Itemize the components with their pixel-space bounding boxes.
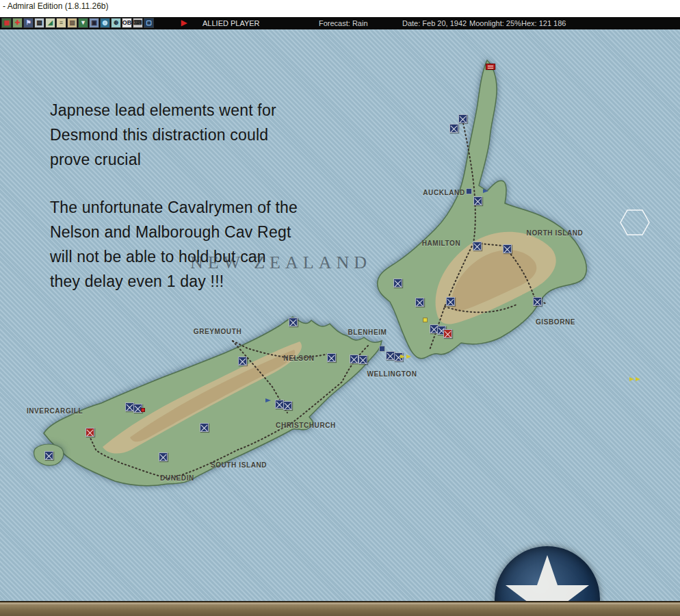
blue-unit-marker[interactable]	[358, 355, 367, 364]
small-blue-unit-marker[interactable]	[379, 346, 385, 352]
bottom-wood-bar	[0, 601, 680, 616]
blue-unit-marker[interactable]	[415, 298, 424, 307]
blue-unit-marker[interactable]	[449, 124, 458, 133]
map-label-hamilton: HAMILTON	[422, 240, 461, 247]
blue-unit-marker[interactable]	[446, 297, 455, 306]
units-mode-icon[interactable]: ▦	[1, 18, 12, 28]
red-unit-marker[interactable]	[86, 428, 94, 437]
map-label-north-island: NORTH ISLAND	[527, 229, 584, 237]
air-yellow-unit-marker[interactable]	[629, 377, 641, 382]
map-label-dunedin: DUNEDIN	[160, 474, 194, 482]
player-label: ALLIED PLAYER	[202, 19, 260, 27]
map-label-nelson: NELSON	[283, 355, 314, 362]
blue-unit-marker[interactable]	[283, 401, 292, 410]
zoom-icon[interactable]: ⊕	[111, 18, 121, 28]
report-icon[interactable]: ▤	[67, 18, 77, 28]
blue-unit-marker[interactable]	[238, 357, 247, 365]
map-label-auckland: AUCKLAND	[423, 189, 465, 196]
order-of-battle-icon[interactable]: OB	[122, 18, 132, 28]
disk-icon[interactable]: ▣	[89, 18, 99, 28]
blue-unit-marker[interactable]	[393, 279, 402, 287]
map-label-greymouth: GREYMOUTH	[194, 328, 241, 335]
red-unit-marker[interactable]	[443, 329, 452, 338]
blue-unit-marker[interactable]	[473, 242, 482, 251]
small-blue-unit-marker[interactable]	[466, 188, 472, 194]
hex-coordinates-label: Hex: 121 186	[521, 19, 566, 27]
blue-unit-marker[interactable]	[458, 114, 467, 123]
chart-icon[interactable]: ◢	[45, 18, 55, 28]
window-title: - Admiral Edition (1.8.11.26b)	[3, 1, 109, 11]
forecast-label: Forecast: Rain	[319, 19, 368, 27]
next-turn-icon[interactable]: ▶	[178, 18, 190, 28]
north-island	[378, 60, 587, 359]
toolbar: ▦✚⚑▤◢≡▤▼▣◍⊕OB⌨▢ ▶ ALLIED PLAYER Forecast…	[0, 17, 680, 29]
blue-unit-marker[interactable]	[327, 353, 336, 362]
blue-unit-marker[interactable]	[473, 196, 482, 205]
moonlight-label: Moonlight: 25%	[469, 19, 521, 27]
window-titlebar: - Admiral Edition (1.8.11.26b)	[0, 0, 680, 17]
air-blue-unit-marker[interactable]	[483, 189, 489, 194]
map-label-blenheim: BLENHEIM	[348, 329, 387, 336]
toolbar-icons: ▦✚⚑▤◢≡▤▼▣◍⊕OB⌨▢	[1, 18, 154, 28]
air-blue-unit-marker[interactable]	[265, 398, 272, 403]
player-note-1: Japnese lead elements went for Desmond t…	[50, 98, 276, 172]
blue-unit-marker[interactable]	[533, 297, 542, 306]
map-label-south-island: SOUTH ISLAND	[211, 461, 267, 469]
map-label-wellington: WELLINGTON	[367, 370, 417, 378]
ship-red-unit-marker[interactable]	[486, 64, 495, 70]
globe-icon[interactable]: ◍	[100, 18, 110, 28]
blue-unit-marker[interactable]	[350, 355, 358, 363]
allied-star-emblem	[495, 546, 600, 601]
blue-unit-marker[interactable]	[159, 452, 168, 461]
date-label: Date: Feb 20, 1942	[402, 19, 467, 27]
document-icon[interactable]: ≡	[56, 18, 66, 28]
player-note-2: The unfortunate Cavalrymen of the Nelson…	[50, 195, 298, 294]
flag-icon[interactable]: ⚑	[23, 18, 34, 28]
blue-unit-marker[interactable]	[289, 318, 298, 326]
medical-icon[interactable]: ✚	[12, 18, 23, 28]
star-icon	[495, 546, 600, 601]
save-icon[interactable]: ▼	[78, 18, 88, 28]
dot-yellow-unit-marker[interactable]	[423, 318, 428, 322]
map-label-christchurch: CHRISTCHURCH	[276, 422, 336, 429]
dot-red-unit-marker[interactable]	[141, 408, 145, 412]
screen-icon[interactable]: ▢	[144, 18, 154, 28]
blue-unit-marker[interactable]	[200, 423, 209, 432]
map-label-gisborne: GISBORNE	[536, 318, 575, 326]
blue-unit-marker[interactable]	[44, 451, 53, 460]
monitor-icon[interactable]: ▤	[34, 18, 44, 28]
map-label-invercargill: INVERCARGILL	[27, 407, 83, 415]
blue-unit-marker[interactable]	[503, 244, 512, 253]
region-watermark: NEW ZEALAND	[190, 253, 371, 273]
hex-cursor	[620, 210, 649, 235]
map-viewport[interactable]: Japnese lead elements went for Desmond t…	[0, 29, 680, 601]
keyboard-icon[interactable]: ⌨	[133, 18, 143, 28]
air-yellow-unit-marker[interactable]	[400, 355, 412, 359]
